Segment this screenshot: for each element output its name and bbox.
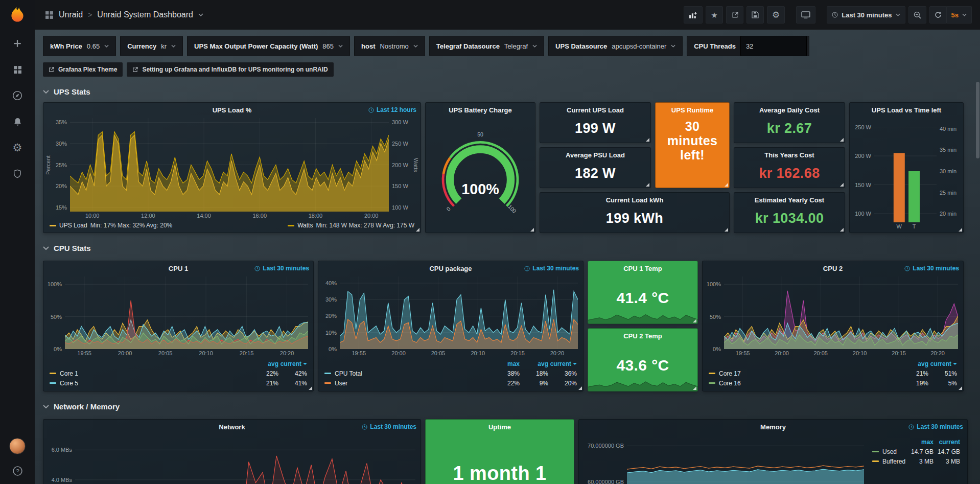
panel-header[interactable]: Network Last 30 minutes [43, 420, 421, 434]
dashboards-icon[interactable] [11, 63, 24, 76]
legend-row[interactable]: Used 14.7 GB 14.7 GB [869, 447, 963, 456]
legend-column-header[interactable]: current [548, 360, 577, 367]
variable-value[interactable]: apcupsd-container [612, 42, 666, 50]
cycle-view-button[interactable] [796, 6, 815, 24]
variable-value[interactable]: Telegraf [504, 42, 528, 50]
panel-title[interactable]: CPU package [429, 265, 472, 272]
server-admin-shield-icon[interactable] [11, 168, 24, 180]
plot-area[interactable] [75, 435, 415, 484]
legend-column-header[interactable]: current [928, 360, 957, 367]
panel-time-range[interactable]: Last 30 minutes [254, 265, 309, 272]
panel-header[interactable]: CPU package Last 30 minutes [318, 261, 583, 275]
plot-area[interactable] [65, 276, 308, 349]
variable-ups-datasource[interactable]: UPS Datasource apcupsd-container [548, 36, 683, 56]
legend-column-header[interactable]: max [491, 360, 520, 367]
plot-area[interactable] [340, 276, 578, 349]
panel-title[interactable]: CPU 1 Temp [588, 265, 697, 272]
panel-title[interactable]: UPS Load vs Time left [872, 106, 941, 114]
panel-title[interactable]: Average PSU Load [540, 151, 650, 159]
panel-time-range[interactable]: Last 12 hours [368, 106, 416, 113]
cpu-threads-input[interactable] [740, 36, 807, 56]
section-header-ups-stats[interactable]: UPS Stats [43, 83, 970, 100]
add-panel-button[interactable] [684, 6, 703, 24]
scrollbar-thumb[interactable] [976, 82, 979, 158]
variable-telegraf-datasource[interactable]: Telegraf Datasource Telegraf [429, 36, 544, 56]
panel-title[interactable]: Current UPS Load [540, 106, 650, 114]
panel-title[interactable]: CPU 2 Temp [588, 332, 697, 340]
legend-column-header[interactable]: max [907, 439, 934, 446]
panel-header[interactable]: UPS Load vs Time left [850, 103, 963, 117]
legend-item[interactable]: Watts Min: 148 W Max: 278 W Avg: 175 W [288, 222, 414, 229]
chevron-down-icon[interactable] [198, 13, 203, 16]
panel-title[interactable]: Network [219, 423, 245, 431]
plot-area[interactable] [627, 435, 864, 484]
configuration-gear-icon[interactable]: ⚙ [11, 142, 24, 154]
save-button[interactable] [746, 6, 764, 24]
legend-row[interactable]: Buffered 3 MB 3 MB [869, 456, 963, 466]
legend-row[interactable]: CPU Total 38% 18% 36% [321, 368, 580, 378]
share-button[interactable] [726, 6, 743, 24]
legend-row[interactable]: User 22% 9% 20% [321, 378, 580, 388]
plot-area[interactable] [724, 276, 958, 349]
panel-time-range[interactable]: Last 30 minutes [524, 265, 579, 272]
section-header-cpu-stats[interactable]: CPU Stats [43, 239, 970, 257]
plot-area[interactable] [70, 118, 389, 212]
legend-item[interactable]: UPS Load Min: 17% Max: 32% Avg: 20% [50, 222, 172, 229]
panel-header[interactable]: CPU 2 Last 30 minutes [703, 261, 963, 275]
star-button[interactable]: ★ [706, 6, 723, 24]
variable-value[interactable]: kr [161, 42, 167, 50]
link-grafana-plex-theme[interactable]: Grafana Plex Theme [43, 62, 123, 77]
variable-value[interactable]: 0.65 [87, 42, 100, 50]
variable-value[interactable]: Nostromo [380, 42, 408, 50]
alerting-bell-icon[interactable] [11, 116, 24, 128]
panel-title[interactable]: Memory [760, 423, 786, 431]
refresh-interval-dropdown[interactable]: 5s [947, 6, 972, 24]
variable-ups-max-output[interactable]: UPS Max Output Power Capacity (Watt) 865 [187, 36, 350, 56]
grafana-logo[interactable] [7, 5, 28, 25]
panel-time-range[interactable]: Last 30 minutes [904, 265, 959, 272]
user-avatar[interactable] [9, 438, 26, 454]
legend-row[interactable]: Core 17 21% 51% [706, 368, 960, 378]
legend-column-header[interactable]: avg [520, 360, 548, 367]
dashboard-settings-button[interactable]: ⚙ [767, 6, 785, 24]
variable-currency[interactable]: Currency kr [120, 36, 183, 56]
plot-area[interactable] [874, 120, 937, 222]
legend-row[interactable]: Core 1 22% 42% [46, 368, 310, 378]
panel-title[interactable]: UPS Load % [213, 106, 252, 114]
breadcrumb-folder[interactable]: Unraid [59, 10, 83, 19]
time-picker-button[interactable]: Last 30 minutes [827, 6, 905, 24]
legend-row[interactable]: Core 5 21% 41% [46, 378, 310, 388]
link-ups-monitoring-guide[interactable]: Setting up Grafana and InfluxDB for UPS … [127, 62, 333, 77]
panel-header[interactable]: UPS Battery Charge [426, 103, 535, 117]
legend-column-header[interactable]: avg [250, 360, 278, 367]
variable-host[interactable]: host Nostromo [354, 36, 425, 56]
breadcrumb-dashboard-title[interactable]: Unraid System Dashboard [97, 10, 193, 19]
scrollbar[interactable] [976, 33, 979, 482]
legend-column-header[interactable]: current [278, 360, 307, 367]
legend-row[interactable]: Core 16 19% 5% [706, 378, 960, 388]
help-icon[interactable]: ? [11, 465, 24, 477]
panel-title[interactable]: CPU 2 [823, 265, 843, 272]
panel-title[interactable]: This Years Cost [734, 151, 845, 159]
panel-time-range[interactable]: Last 30 minutes [362, 423, 416, 430]
variable-kwh-price[interactable]: kWh Price 0.65 [43, 36, 116, 56]
panel-header[interactable]: UPS Load % Last 12 hours [43, 103, 421, 117]
panel-title[interactable]: UPS Runtime [656, 106, 729, 114]
panel-title[interactable]: Estimated Yearly Cost [734, 196, 845, 204]
panel-title[interactable]: Current Load kWh [540, 196, 729, 204]
zoom-out-button[interactable] [908, 6, 926, 24]
panel-title[interactable]: Uptime [488, 423, 511, 431]
panel-title[interactable]: Average Daily Cost [734, 106, 845, 114]
panel-title[interactable]: UPS Battery Charge [449, 106, 512, 114]
legend-column-header[interactable]: avg [900, 360, 928, 367]
explore-compass-icon[interactable] [11, 89, 24, 102]
create-icon[interactable] [11, 37, 24, 50]
panel-header[interactable]: CPU 1 Last 30 minutes [43, 261, 313, 275]
refresh-button[interactable] [929, 6, 947, 24]
panel-header[interactable]: Memory Last 30 minutes [579, 420, 967, 434]
section-header-network-memory[interactable]: Network / Memory [43, 398, 970, 415]
panel-header[interactable]: Uptime [426, 420, 574, 434]
panel-title[interactable]: CPU 1 [169, 265, 188, 272]
variable-value[interactable]: 865 [322, 42, 334, 50]
legend-column-header[interactable]: current [934, 439, 960, 446]
